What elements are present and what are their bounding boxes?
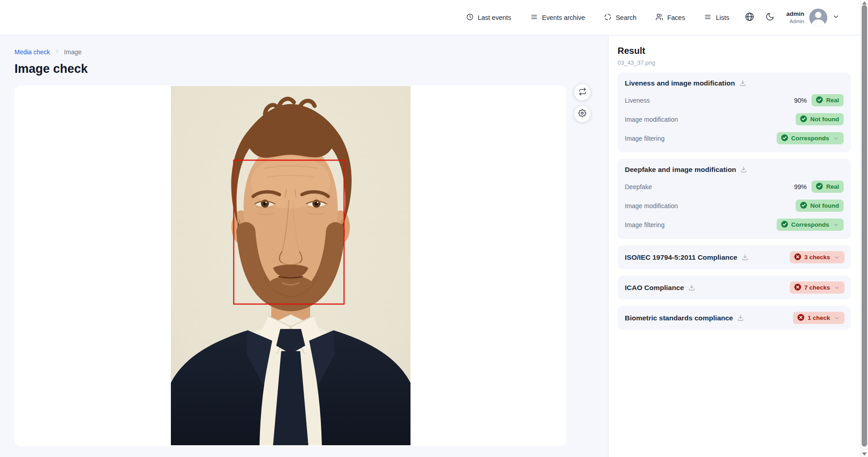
- chevron-down-icon: [834, 315, 840, 321]
- dark-mode-toggle[interactable]: [765, 12, 774, 23]
- liveness-card: Liveness and image modification Liveness…: [618, 72, 851, 152]
- menu-icon: [704, 13, 712, 22]
- language-globe-button[interactable]: [745, 12, 755, 24]
- x-circle-icon: [797, 314, 804, 322]
- scan-icon: [604, 13, 612, 22]
- x-circle-icon: [794, 253, 801, 262]
- user-name: admin: [786, 10, 804, 18]
- status-badge: Real: [811, 181, 844, 193]
- biometric-compliance-card: Biometric standards compliance 1 check: [618, 306, 851, 330]
- swap-image-button[interactable]: [574, 84, 590, 100]
- nav-events-archive[interactable]: Events archive: [530, 13, 585, 22]
- nav-label: Lists: [716, 14, 729, 21]
- card-title: Biometric standards compliance: [625, 314, 733, 322]
- app-viewport: Last events Events archive Search Faces: [0, 0, 860, 457]
- download-report-button[interactable]: [737, 314, 744, 322]
- download-report-button[interactable]: [739, 80, 746, 87]
- result-title: Result: [618, 46, 851, 56]
- check-circle-icon: [781, 134, 788, 143]
- checked-image-card: [14, 86, 566, 446]
- clock-icon: [466, 13, 474, 22]
- failed-checks-badge[interactable]: 3 checks: [790, 251, 844, 263]
- status-badge-expandable[interactable]: Corresponds: [777, 132, 844, 144]
- check-circle-icon: [816, 183, 823, 191]
- result-row: Image modification Not found: [625, 113, 844, 125]
- breadcrumb: Media check Image: [14, 48, 82, 56]
- card-title: ISO/IEC 19794-5:2011 Compliance: [625, 253, 737, 262]
- result-filename: 03_43_37.png: [618, 59, 851, 66]
- gear-icon: [578, 109, 586, 119]
- check-circle-icon: [781, 221, 788, 229]
- main-nav: Last events Events archive Search Faces: [466, 13, 730, 22]
- image-settings-button[interactable]: [574, 106, 590, 122]
- liveness-percent: 90%: [794, 97, 807, 104]
- deepfake-percent: 99%: [794, 183, 807, 190]
- status-badge-expandable[interactable]: Corresponds: [777, 219, 844, 231]
- result-row: Image filtering Corresponds: [625, 132, 844, 144]
- result-row: Image filtering Corresponds: [625, 219, 844, 231]
- moon-icon: [765, 12, 774, 23]
- breadcrumb-current: Image: [64, 48, 82, 56]
- main-area: Media check Image Image check: [0, 36, 608, 457]
- scroll-down-arrow[interactable]: [862, 452, 867, 456]
- list-icon: [530, 13, 538, 22]
- nav-lists[interactable]: Lists: [704, 13, 729, 22]
- iso-compliance-card: ISO/IEC 19794-5:2011 Compliance 3 checks: [618, 245, 851, 269]
- avatar: [809, 9, 827, 27]
- x-circle-icon: [794, 284, 801, 292]
- repeat-icon: [579, 88, 586, 97]
- check-circle-icon: [800, 115, 807, 124]
- nav-faces[interactable]: Faces: [656, 13, 685, 22]
- failed-checks-badge[interactable]: 1 check: [793, 312, 844, 324]
- nav-search[interactable]: Search: [604, 13, 637, 22]
- download-report-button[interactable]: [740, 166, 747, 173]
- top-nav: Last events Events archive Search Faces: [0, 0, 860, 35]
- breadcrumb-media-check[interactable]: Media check: [14, 48, 50, 56]
- chevron-down-icon: [832, 13, 840, 22]
- checked-photo: [171, 86, 410, 445]
- card-title: Deepfake and image modification: [625, 166, 736, 174]
- card-title: Liveness and image modification: [625, 79, 735, 87]
- chevron-down-icon: [834, 254, 840, 261]
- content-area: Media check Image Image check: [0, 36, 860, 457]
- chevron-right-icon: [54, 48, 60, 56]
- icao-compliance-card: ICAO Compliance 7 checks: [618, 276, 851, 300]
- download-report-button[interactable]: [741, 254, 749, 261]
- result-row: Liveness 90% Real: [625, 94, 844, 106]
- chevron-down-icon: [833, 135, 839, 142]
- status-badge: Not found: [796, 113, 844, 125]
- status-badge: Real: [811, 94, 844, 106]
- check-circle-icon: [816, 96, 823, 105]
- download-report-button[interactable]: [688, 284, 695, 291]
- nav-label: Faces: [667, 14, 685, 21]
- result-row: Deepfake 99% Real: [625, 181, 844, 193]
- nav-label: Last events: [478, 14, 511, 21]
- status-badge: Not found: [796, 200, 844, 212]
- user-menu[interactable]: admin Admin: [786, 9, 840, 27]
- page-title: Image check: [14, 62, 88, 76]
- nav-last-events[interactable]: Last events: [466, 13, 511, 22]
- globe-icon: [745, 12, 755, 24]
- deepfake-card: Deepfake and image modification Deepfake…: [618, 159, 851, 239]
- users-icon: [656, 13, 663, 22]
- check-circle-icon: [800, 202, 807, 210]
- result-panel: Result 03_43_37.png Liveness and image m…: [608, 36, 860, 457]
- result-row: Image modification Not found: [625, 200, 844, 212]
- scrollbar-thumb[interactable]: [862, 5, 867, 447]
- portrait-photo: [171, 86, 410, 445]
- chevron-down-icon: [833, 222, 839, 228]
- failed-checks-badge[interactable]: 7 checks: [790, 281, 844, 294]
- card-title: ICAO Compliance: [625, 284, 684, 292]
- scroll-up-arrow[interactable]: [862, 1, 867, 5]
- nav-label: Events archive: [542, 14, 585, 21]
- nav-label: Search: [616, 14, 637, 21]
- page-scrollbar[interactable]: [860, 0, 868, 457]
- header-icon-buttons: [745, 12, 774, 24]
- user-role: Admin: [786, 18, 804, 24]
- chevron-down-icon: [834, 285, 840, 291]
